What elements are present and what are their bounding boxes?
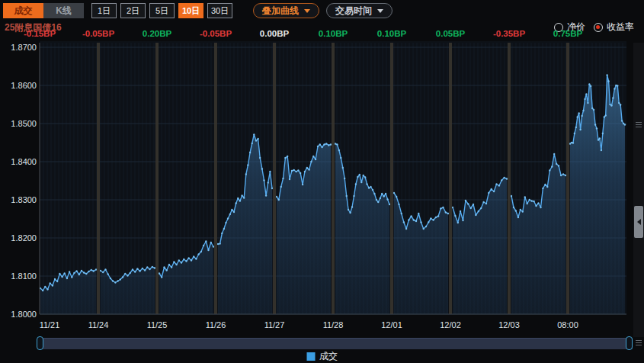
panel-lines-icon: [636, 122, 642, 123]
data-point: [142, 268, 143, 269]
h-scrollbar-left-handle[interactable]: [37, 336, 43, 350]
data-point: [188, 257, 190, 259]
data-point: [415, 220, 417, 222]
data-point: [93, 270, 95, 271]
data-point: [601, 149, 602, 151]
data-point: [425, 226, 427, 227]
data-point: [245, 173, 247, 175]
data-point: [383, 195, 385, 197]
data-point: [276, 196, 277, 198]
data-point: [447, 213, 449, 214]
data-point: [73, 272, 75, 274]
price-chart[interactable]: 1.80001.81001.82001.83001.84001.85001.86…: [0, 0, 644, 336]
x-axis-tick-label: 11/28: [323, 320, 344, 329]
data-point: [114, 281, 116, 283]
data-point: [572, 142, 574, 143]
period-button-1日[interactable]: 1日: [91, 3, 117, 18]
data-point: [75, 270, 77, 271]
tab-K线[interactable]: K线: [43, 3, 84, 18]
chart-type-tabs: 成交K线: [3, 3, 84, 18]
data-point: [556, 163, 557, 165]
data-point: [107, 273, 109, 275]
data-point: [127, 275, 128, 276]
data-point: [64, 272, 66, 274]
data-point: [295, 171, 296, 172]
data-point: [542, 188, 543, 189]
bp-change-value: 0.20BP: [143, 29, 171, 38]
data-point: [435, 217, 437, 218]
data-point: [558, 165, 559, 166]
data-point: [423, 228, 425, 230]
data-point: [205, 240, 207, 242]
data-point: [110, 278, 111, 279]
data-point: [582, 110, 584, 111]
h-scrollbar-right-handle[interactable]: [626, 336, 633, 350]
radio-收益率[interactable]: 收益率: [594, 21, 634, 34]
data-point: [604, 116, 605, 117]
data-point: [159, 272, 160, 274]
data-point: [317, 146, 319, 147]
data-point: [152, 266, 153, 268]
data-point: [522, 210, 524, 212]
data-point: [289, 178, 290, 180]
data-point: [130, 272, 131, 274]
data-point: [380, 198, 381, 199]
data-point: [585, 93, 587, 95]
data-point: [430, 217, 431, 219]
period-button-5日[interactable]: 5日: [149, 3, 175, 18]
period-button-2日[interactable]: 2日: [120, 3, 146, 18]
data-point: [54, 278, 56, 280]
legend-label: 成交: [319, 350, 338, 363]
data-point: [112, 280, 114, 281]
data-point: [607, 80, 609, 82]
data-point: [529, 199, 530, 201]
data-point: [122, 276, 123, 278]
bp-change-value: -0.15BP: [24, 29, 56, 38]
data-point: [284, 157, 286, 159]
data-point: [225, 222, 226, 223]
data-point: [540, 207, 541, 208]
data-point: [396, 196, 397, 198]
bp-change-value: -0.05BP: [82, 29, 114, 38]
data-point: [493, 191, 495, 192]
data-point: [398, 204, 399, 205]
data-point: [562, 173, 564, 175]
data-point: [368, 187, 370, 188]
data-point: [470, 207, 472, 209]
data-point: [328, 144, 329, 146]
data-point: [263, 179, 264, 181]
data-point: [120, 278, 121, 280]
data-point: [546, 186, 548, 188]
data-point: [360, 182, 362, 183]
data-point: [584, 98, 585, 100]
data-point: [168, 264, 170, 265]
data-point: [355, 183, 357, 185]
data-point: [403, 221, 405, 223]
x-axis-tick-label: 11/27: [264, 320, 285, 329]
data-point: [154, 267, 155, 268]
data-point: [330, 143, 332, 145]
panel-collapse-handle[interactable]: [634, 206, 643, 238]
y-axis-tick-label: 1.8400: [11, 157, 37, 166]
h-scrollbar-track[interactable]: [40, 338, 633, 349]
period-button-30日[interactable]: 30日: [207, 3, 232, 18]
data-point: [465, 200, 466, 201]
data-point: [598, 139, 599, 140]
period-button-10日[interactable]: 10日: [178, 3, 203, 18]
bp-change-value: 0.05BP: [436, 29, 465, 38]
data-point: [575, 127, 577, 128]
chevron-down-icon: [304, 9, 310, 13]
period-buttons: 1日2日5日10日30日: [91, 3, 232, 18]
data-point: [457, 222, 459, 223]
data-point: [370, 186, 371, 188]
data-point: [223, 228, 225, 230]
y-axis-tick-label: 1.8300: [11, 195, 37, 204]
tab-成交[interactable]: 成交: [3, 3, 43, 18]
data-point: [363, 175, 364, 176]
trading-time-dropdown[interactable]: 交易时间: [326, 3, 392, 18]
data-point: [139, 270, 140, 271]
overlay-curve-dropdown[interactable]: 叠加曲线: [253, 3, 319, 18]
bp-change-value: 0.00BP: [260, 29, 289, 38]
data-point: [495, 183, 497, 185]
data-point: [606, 74, 607, 75]
